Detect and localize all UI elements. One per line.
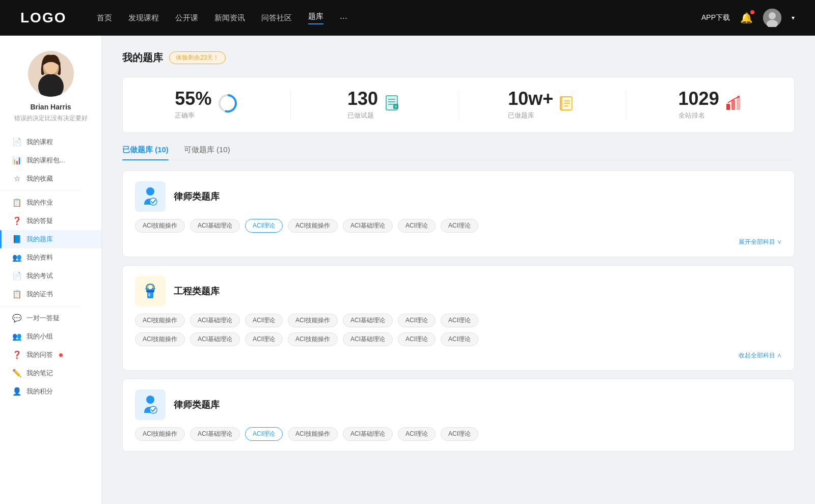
qbank-collapse-1[interactable]: 收起全部科目 ∧ (135, 351, 782, 360)
tag-1-6[interactable]: ACI理论 (441, 314, 478, 327)
sidebar-item-course[interactable]: 📄 我的课程 (0, 133, 101, 151)
sidebar-item-group[interactable]: 👥 我的小组 (0, 327, 101, 346)
list-stat-icon (559, 95, 577, 116)
sidebar-item-exam[interactable]: 📄 我的考试 (0, 267, 101, 285)
tag-1-4[interactable]: ACI基础理论 (343, 314, 393, 327)
nav-news[interactable]: 新闻资讯 (214, 13, 245, 23)
sidebar-avatar (28, 51, 74, 97)
page-header: 我的题库 体验剩余23天！ (122, 51, 795, 65)
qbank-expand-0[interactable]: 展开全部科目 ∨ (135, 238, 782, 246)
sidebar-item-questions[interactable]: ❓ 我的问答 (0, 346, 101, 364)
sidebar-item-certificate[interactable]: 📋 我的证书 (0, 285, 101, 303)
sidebar-item-qa[interactable]: ❓ 我的答疑 (0, 212, 101, 230)
main-content: 我的题库 体验剩余23天！ 55% 正确率 (102, 36, 815, 504)
tag-0-6[interactable]: ACI理论 (441, 219, 478, 233)
stat-accuracy-text: 55% 正确率 (175, 90, 211, 120)
svg-point-9 (224, 99, 232, 107)
tag-1-0[interactable]: ACI技能操作 (135, 314, 185, 327)
tag-1-10[interactable]: ACI技能操作 (288, 332, 338, 346)
sidebar-item-label: 一对一答疑 (26, 314, 60, 323)
tag-0-5[interactable]: ACI理论 (398, 219, 436, 233)
stat-done-questions-label: 已做试题 (347, 111, 378, 120)
sidebar-item-label: 我的课程包... (26, 156, 65, 165)
app-download-button[interactable]: APP下载 (701, 13, 730, 22)
sidebar-item-tutoring[interactable]: 💬 一对一答疑 (0, 309, 101, 327)
avatar-image (763, 9, 781, 27)
certificate-icon: 📋 (12, 290, 21, 299)
tab-available-banks[interactable]: 可做题库 (10) (184, 145, 230, 160)
avatar-chevron-icon[interactable]: ▾ (792, 14, 795, 21)
svg-point-1 (769, 12, 776, 19)
tag-1-9[interactable]: ACI理论 (245, 332, 283, 346)
sidebar-username: Brian Harris (30, 103, 71, 111)
sidebar-item-favorites[interactable]: ☆ 我的收藏 (0, 170, 101, 188)
sidebar-item-label: 我的问答 (26, 350, 53, 359)
tag-0-3[interactable]: ACI技能操作 (288, 219, 338, 233)
svg-point-28 (148, 285, 152, 289)
qbank-header-0: 律师类题库 (135, 181, 782, 212)
nav-home[interactable]: 首页 (97, 13, 112, 23)
stat-ranking-label: 全站排名 (678, 111, 719, 120)
tag-0-0[interactable]: ACI技能操作 (135, 219, 185, 233)
tab-done-banks[interactable]: 已做题库 (10) (122, 145, 169, 160)
nav-qa[interactable]: 问答社区 (261, 13, 292, 23)
notes-icon: ✏️ (12, 369, 21, 378)
tag-1-3[interactable]: ACI技能操作 (288, 314, 338, 327)
sidebar-item-profile[interactable]: 👥 我的资料 (0, 248, 101, 267)
tag-1-12[interactable]: ACI理论 (398, 332, 436, 346)
tag-2-2[interactable]: ACI理论 (245, 427, 283, 441)
tag-2-4[interactable]: ACI基础理论 (343, 427, 393, 441)
user-avatar[interactable] (763, 9, 781, 27)
qbank-title-1: 工程类题库 (174, 285, 220, 297)
page-title: 我的题库 (122, 51, 163, 65)
nav-qbank[interactable]: 题库 (308, 12, 323, 24)
sidebar-item-notes[interactable]: ✏️ 我的笔记 (0, 364, 101, 382)
notification-dot (750, 10, 754, 14)
tag-2-1[interactable]: ACI基础理论 (190, 427, 240, 441)
sidebar-motto: 错误的决定比没有决定要好 (9, 114, 93, 123)
sidebar-divider-2 (0, 306, 81, 306)
lawyer-icon (139, 185, 161, 208)
tag-0-4[interactable]: ACI基础理论 (343, 219, 393, 233)
sidebar-item-label: 我的证书 (26, 290, 53, 299)
tag-1-5[interactable]: ACI理论 (398, 314, 436, 327)
nav-opencourse[interactable]: 公开课 (175, 13, 198, 23)
notification-bell[interactable]: 🔔 (740, 12, 753, 24)
tag-2-6[interactable]: ACI理论 (441, 427, 478, 441)
tag-0-2[interactable]: ACI理论 (245, 219, 283, 233)
tag-1-7[interactable]: ACI技能操作 (135, 332, 185, 346)
tag-2-3[interactable]: ACI技能操作 (288, 427, 338, 441)
svg-rect-30 (146, 290, 154, 292)
qbank-icon-2 (135, 389, 166, 420)
qbank-icon-0 (135, 181, 166, 212)
tag-1-8[interactable]: ACI基础理论 (190, 332, 240, 346)
sidebar-item-homework[interactable]: 📋 我的作业 (0, 193, 101, 212)
tag-1-1[interactable]: ACI基础理论 (190, 314, 240, 327)
qa-icon: ❓ (12, 216, 21, 226)
homework-icon: 📋 (12, 198, 21, 207)
nav-menu: 首页 发现课程 公开课 新闻资讯 问答社区 题库 ··· (97, 12, 701, 24)
tag-2-5[interactable]: ACI理论 (398, 427, 436, 441)
stat-ranking: 1029 全站排名 (627, 90, 794, 120)
bar-stat-icon (725, 95, 743, 116)
tag-1-2[interactable]: ACI理论 (245, 314, 283, 327)
svg-rect-24 (737, 97, 740, 110)
sidebar-item-points[interactable]: 👤 我的积分 (0, 382, 101, 401)
tag-0-1[interactable]: ACI基础理论 (190, 219, 240, 233)
nav-more-icon[interactable]: ··· (340, 13, 347, 23)
questions-icon: ❓ (12, 350, 21, 359)
nav-discover[interactable]: 发现课程 (128, 13, 159, 23)
stat-ranking-text: 1029 全站排名 (678, 90, 719, 120)
main-layout: Brian Harris 错误的决定比没有决定要好 📄 我的课程 📊 我的课程包… (0, 36, 815, 504)
sidebar-item-course-package[interactable]: 📊 我的课程包... (0, 151, 101, 170)
stat-done-banks-label: 已做题库 (508, 111, 553, 120)
sidebar-item-qbank[interactable]: 📘 我的题库 (0, 230, 101, 248)
svg-point-26 (146, 187, 154, 195)
tag-1-11[interactable]: ACI基础理论 (343, 332, 393, 346)
sidebar-item-label: 我的收藏 (26, 174, 53, 183)
sidebar-item-label: 我的题库 (26, 235, 53, 244)
stat-done-banks: 10w+ 已做题库 (459, 90, 627, 120)
tag-1-13[interactable]: ACI理论 (441, 332, 478, 346)
tag-2-0[interactable]: ACI技能操作 (135, 427, 185, 441)
sidebar-menu: 📄 我的课程 📊 我的课程包... ☆ 我的收藏 📋 我的作业 ❓ 我的答疑 (0, 133, 101, 401)
